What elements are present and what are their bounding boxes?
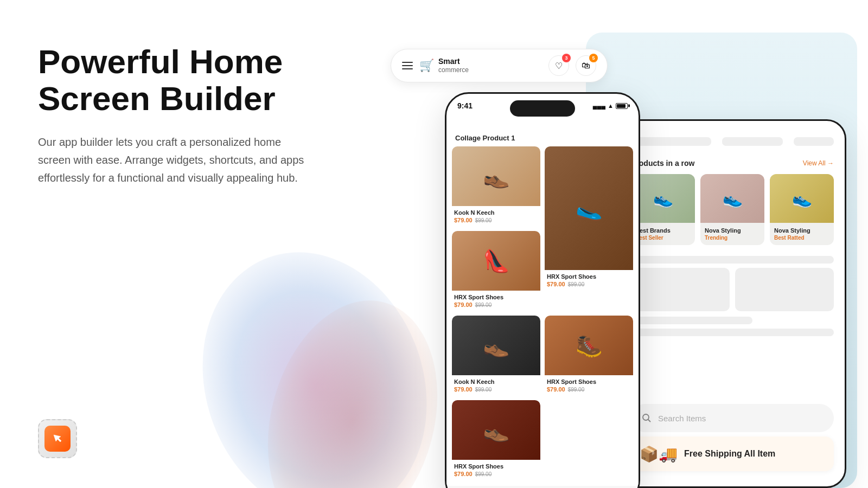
view-all-link[interactable]: View All → xyxy=(803,159,834,167)
product-card-badge-1: Best Seller xyxy=(635,235,691,241)
collage-label: Collage Product 1 xyxy=(446,126,639,146)
search-svg xyxy=(642,413,652,423)
menu-icon[interactable] xyxy=(402,62,413,69)
price-row-5: $79.00 $99.00 xyxy=(547,386,631,393)
shipping-text: Free Shipping All Item xyxy=(684,449,775,459)
cart-button[interactable]: 🛍 5 xyxy=(576,55,596,76)
right-area: 🛒 Smart commerce ♡ 3 🛍 5 9:41 ▄▄▄ ▲ xyxy=(358,33,857,488)
price-5: $79.00 xyxy=(547,386,565,393)
collage-info-3: HRX Sport Shoes $79.00 $99.00 xyxy=(452,291,540,311)
phone-time: 9:41 xyxy=(457,101,473,110)
phone-mockup: 9:41 ▄▄▄ ▲ Collage Product 1 👞 Kook N Ke… xyxy=(445,92,640,488)
product-name-1: Kook N Keech xyxy=(454,209,538,216)
skeleton-boxes-row xyxy=(631,268,834,311)
collage-item-3[interactable]: 👠 HRX Sport Shoes $79.00 $99.00 xyxy=(452,231,540,311)
shoe-image-4: 👞 xyxy=(452,316,540,375)
phone-content: Collage Product 1 👞 Kook N Keech $79.00 … xyxy=(446,126,639,488)
cart-logo-icon: 🛒 xyxy=(419,59,434,73)
product-name-5: HRX Sport Shoes xyxy=(547,378,631,385)
product-card-1[interactable]: 👟 Best Brands Best Seller xyxy=(631,174,695,245)
tablet-mockup: Products in a row View All → 👟 Best Bran… xyxy=(618,119,846,488)
collage-info-6: HRX Sport Shoes $79.00 $99.00 xyxy=(452,460,540,480)
price-old-3: $99.00 xyxy=(475,302,492,308)
svg-point-1 xyxy=(643,414,649,420)
product-card-3[interactable]: 👟 Nova Styling Best Ratted xyxy=(770,174,834,245)
search-placeholder: Search Items xyxy=(658,414,706,423)
collage-info-1: Kook N Keech $79.00 $99.00 xyxy=(452,206,540,227)
collage-info-2: HRX Sport Shoes $79.00 $99.00 xyxy=(545,270,633,291)
skeleton-row-3 xyxy=(794,137,834,146)
price-old-6: $99.00 xyxy=(475,471,492,477)
main-title: Powerful Home Screen Builder xyxy=(38,43,309,117)
product-card-badge-2: Trending xyxy=(705,235,760,241)
widget-icon xyxy=(38,419,77,458)
widget-inner-icon xyxy=(44,426,71,452)
wishlist-badge: 3 xyxy=(562,54,571,62)
product-card-name-1: Best Brands xyxy=(635,227,691,234)
price-1: $79.00 xyxy=(454,217,473,223)
brand-sub: commerce xyxy=(438,66,469,74)
product-card-info-1: Best Brands Best Seller xyxy=(631,223,695,245)
price-old-2: $99.00 xyxy=(568,281,585,287)
desktop-nav-bar: 🛒 Smart commerce ♡ 3 🛍 5 xyxy=(391,49,608,82)
cart-badge: 5 xyxy=(589,54,598,62)
battery-fill xyxy=(617,104,626,108)
shoe-image-5: 🥾 xyxy=(545,316,633,375)
section-header: Products in a row View All → xyxy=(631,159,834,168)
products-row-section: Products in a row View All → 👟 Best Bran… xyxy=(631,159,834,245)
brand-logo: 🛒 Smart commerce xyxy=(419,57,469,74)
products-row: 👟 Best Brands Best Seller 👟 Nova Styling… xyxy=(631,174,834,245)
phone-notch xyxy=(510,100,575,117)
collage-item-6[interactable]: 👞 HRX Sport Shoes $79.00 $99.00 xyxy=(452,400,540,480)
shopping-bag-icon: 🛍 xyxy=(582,61,590,70)
price-row-1: $79.00 $99.00 xyxy=(454,217,538,223)
collage-item-4[interactable]: 👞 Kook N Keech $79.00 $99.00 xyxy=(452,316,540,396)
brand-name-block: Smart commerce xyxy=(438,57,469,74)
phone-status-icons: ▄▄▄ ▲ xyxy=(593,102,628,109)
menu-line-3 xyxy=(402,68,413,69)
free-shipping-banner: 📦🚚 Free Shipping All Item xyxy=(631,436,834,471)
tablet-search-bar[interactable]: Search Items xyxy=(631,404,834,432)
bottom-left-icon xyxy=(38,419,77,458)
price-row-2: $79.00 $99.00 xyxy=(547,281,631,287)
collage-item-2[interactable]: 🥿 HRX Sport Shoes $79.00 $99.00 xyxy=(545,146,633,311)
product-name-2: HRX Sport Shoes xyxy=(547,273,631,280)
price-row-4: $79.00 $99.00 xyxy=(454,386,538,393)
skeleton-full-2 xyxy=(631,329,834,336)
skeleton-row-1 xyxy=(631,137,711,146)
product-name-3: HRX Sport Shoes xyxy=(454,294,538,300)
skeleton-row-2 xyxy=(722,137,782,146)
wishlist-button[interactable]: ♡ 3 xyxy=(548,55,569,76)
price-old-1: $99.00 xyxy=(475,217,492,223)
price-old-5: $99.00 xyxy=(568,387,585,393)
cursor-icon xyxy=(50,431,65,446)
menu-line-1 xyxy=(402,62,413,63)
collage-grid: 👞 Kook N Keech $79.00 $99.00 🥿 HRX Sport… xyxy=(446,146,639,486)
shoe-image-2: 🥿 xyxy=(545,146,633,270)
product-card-img-3: 👟 xyxy=(770,174,834,223)
subtitle-text: Our app builder lets you craft a persona… xyxy=(38,133,309,187)
price-6: $79.00 xyxy=(454,471,473,477)
skeleton-section xyxy=(631,256,834,336)
shipping-emoji: 📦🚚 xyxy=(640,445,678,463)
skeleton-full-1 xyxy=(631,256,834,264)
product-name-4: Kook N Keech xyxy=(454,378,538,385)
product-name-6: HRX Sport Shoes xyxy=(454,463,538,470)
signal-icon: ▄▄▄ xyxy=(593,102,605,109)
wifi-icon: ▲ xyxy=(608,102,614,109)
price-old-4: $99.00 xyxy=(475,387,492,393)
left-section: Powerful Home Screen Builder Our app bui… xyxy=(38,43,309,187)
product-card-2[interactable]: 👟 Nova Styling Trending xyxy=(700,174,764,245)
shoe-image-1: 👞 xyxy=(452,146,540,206)
shoe-image-6: 👞 xyxy=(452,400,540,460)
product-card-name-2: Nova Styling xyxy=(705,227,760,234)
skeleton-box-1 xyxy=(631,268,730,311)
skeleton-short-1 xyxy=(631,317,752,324)
shoe-image-3: 👠 xyxy=(452,231,540,291)
search-icon xyxy=(641,412,653,424)
skeleton-header xyxy=(631,137,834,150)
price-4: $79.00 xyxy=(454,386,473,393)
collage-item-5[interactable]: 🥾 HRX Sport Shoes $79.00 $99.00 xyxy=(545,316,633,396)
battery-icon xyxy=(616,103,628,109)
collage-item-1[interactable]: 👞 Kook N Keech $79.00 $99.00 xyxy=(452,146,540,227)
